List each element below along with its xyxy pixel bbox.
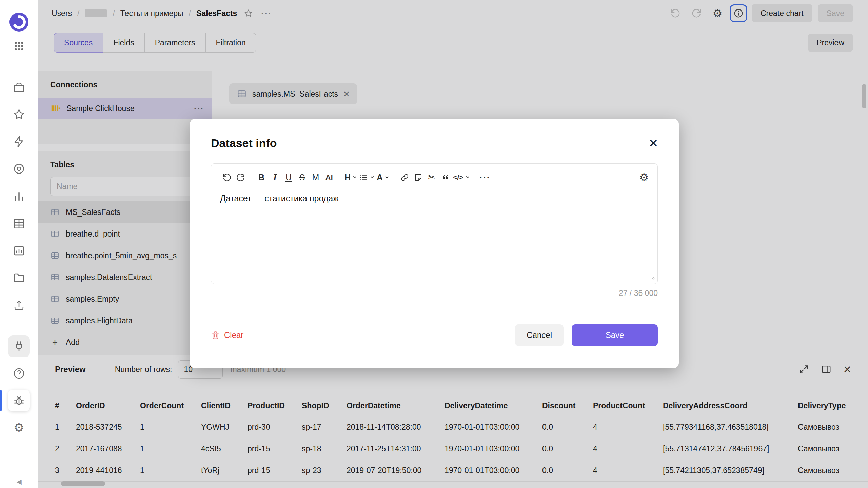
resize-handle[interactable] bbox=[650, 274, 655, 281]
charts-icon[interactable] bbox=[8, 186, 30, 207]
favorites-star-icon[interactable] bbox=[8, 104, 30, 125]
sidebar-collapse-icon[interactable]: ◀ bbox=[8, 471, 30, 488]
cut-scissors-icon[interactable]: ✂ bbox=[425, 170, 438, 184]
global-sidebar: ⚙ ◀ bbox=[0, 0, 38, 488]
modal-close-icon[interactable]: × bbox=[649, 136, 658, 150]
toolbar-more-icon[interactable]: ··· bbox=[478, 170, 492, 184]
modal-header: Dataset info × bbox=[211, 136, 658, 150]
connections-plug-icon[interactable] bbox=[8, 336, 30, 357]
monitoring-donut-icon[interactable] bbox=[8, 158, 30, 180]
text-color-dropdown[interactable]: A bbox=[376, 170, 390, 184]
bold-button[interactable]: B bbox=[255, 170, 268, 184]
modal-title: Dataset info bbox=[211, 137, 277, 150]
color-label: A bbox=[377, 172, 383, 182]
dashboards-table-icon[interactable] bbox=[8, 213, 30, 235]
storage-folder-icon[interactable] bbox=[8, 267, 30, 289]
list-icon bbox=[359, 173, 368, 182]
collections-icon[interactable] bbox=[8, 77, 30, 98]
undo-icon[interactable] bbox=[220, 170, 234, 184]
dataset-info-modal: Dataset info × B I U S M AI H bbox=[190, 119, 679, 368]
editor-toolbar: B I U S M AI H A bbox=[220, 170, 649, 184]
ai-button[interactable]: AI bbox=[322, 170, 336, 184]
char-counter: 27 / 36 000 bbox=[211, 289, 658, 298]
dataset-description-text[interactable]: Датасет — статистика продаж bbox=[220, 194, 649, 234]
chevron-down-icon bbox=[352, 175, 357, 180]
italic-button[interactable]: I bbox=[268, 170, 282, 184]
redo-icon[interactable] bbox=[234, 170, 247, 184]
link-icon[interactable] bbox=[398, 170, 411, 184]
mark-button[interactable]: M bbox=[309, 170, 322, 184]
chevron-down-icon bbox=[370, 175, 375, 180]
heading-dropdown[interactable]: H bbox=[343, 170, 358, 184]
clear-label: Clear bbox=[224, 330, 243, 340]
list-dropdown[interactable] bbox=[358, 170, 376, 184]
trash-icon bbox=[211, 331, 220, 340]
upload-icon[interactable] bbox=[8, 294, 30, 316]
apps-grid-icon[interactable] bbox=[8, 35, 30, 57]
modal-save-button[interactable]: Save bbox=[572, 324, 658, 346]
code-label: </> bbox=[453, 173, 463, 181]
note-icon[interactable] bbox=[411, 170, 425, 184]
underline-button[interactable]: U bbox=[282, 170, 295, 184]
help-icon[interactable] bbox=[8, 363, 30, 384]
strikethrough-button[interactable]: S bbox=[295, 170, 309, 184]
settings-gear-icon[interactable]: ⚙ bbox=[8, 417, 30, 439]
debug-bug-icon[interactable] bbox=[8, 390, 30, 411]
rich-text-editor: B I U S M AI H A bbox=[211, 163, 658, 284]
editor-lightning-icon[interactable] bbox=[8, 131, 30, 152]
gallery-icon[interactable] bbox=[8, 240, 30, 262]
chevron-down-icon bbox=[465, 175, 470, 180]
active-section-indicator bbox=[0, 390, 2, 411]
quote-icon[interactable] bbox=[438, 170, 452, 184]
editor-settings-gear-icon[interactable]: ⚙ bbox=[639, 172, 649, 183]
cancel-button[interactable]: Cancel bbox=[515, 324, 564, 346]
heading-label: H bbox=[344, 172, 351, 182]
datalens-logo[interactable] bbox=[8, 11, 30, 33]
chevron-down-icon bbox=[384, 175, 389, 180]
code-dropdown[interactable]: </> bbox=[452, 170, 471, 184]
scissors-glyph: ✂ bbox=[428, 172, 435, 183]
modal-footer: Clear Cancel Save bbox=[211, 324, 658, 346]
clear-button[interactable]: Clear bbox=[211, 330, 243, 340]
